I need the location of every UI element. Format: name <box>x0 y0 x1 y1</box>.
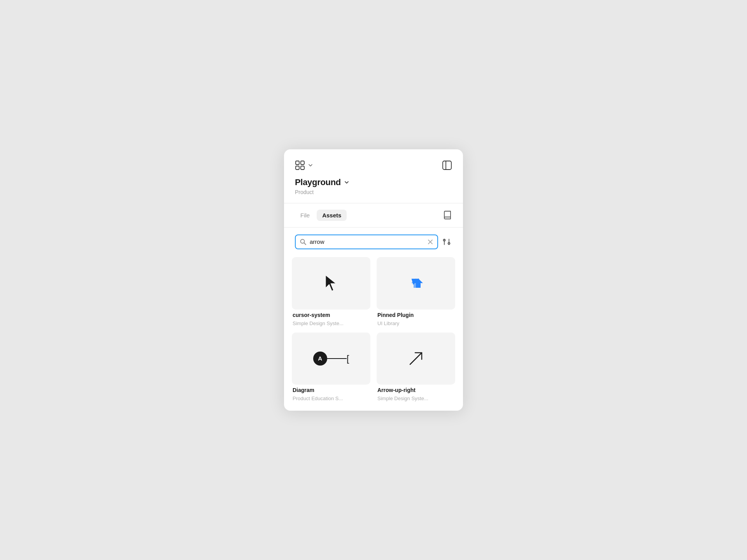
figma-logo-area[interactable] <box>295 160 313 170</box>
svg-rect-2 <box>296 166 299 170</box>
svg-rect-1 <box>301 161 304 164</box>
project-name: Playground <box>295 177 341 187</box>
cards-grid: cursor-system Simple Design Syste... Pin… <box>284 256 463 411</box>
filter-icon[interactable] <box>442 237 452 247</box>
layout-toggle-icon[interactable] <box>442 160 452 170</box>
card-sub-pinned: UI Library <box>377 320 455 326</box>
card-sub-cursor: Simple Design Syste... <box>292 320 370 326</box>
card-name-arrow: Arrow-up-right <box>377 387 455 393</box>
svg-line-7 <box>304 243 306 245</box>
card-arrow-up-right[interactable]: Arrow-up-right Simple Design Syste... <box>377 332 455 402</box>
search-icon <box>300 238 307 245</box>
search-box[interactable] <box>295 234 438 249</box>
svg-rect-3 <box>301 166 304 170</box>
svg-marker-16 <box>326 275 336 291</box>
diagram-visual: A [ <box>313 352 349 366</box>
logo-chevron-icon <box>308 163 313 168</box>
header: Playground Product <box>284 149 463 203</box>
tabs-group: File Assets <box>295 210 347 221</box>
header-top <box>295 160 452 170</box>
figma-icon <box>295 160 305 170</box>
diagram-line <box>327 358 347 359</box>
tab-file[interactable]: File <box>295 210 315 221</box>
svg-point-15 <box>448 242 450 244</box>
project-title-area: Playground <box>295 177 452 187</box>
svg-line-17 <box>410 353 422 364</box>
card-cursor-system[interactable]: cursor-system Simple Design Syste... <box>292 257 370 326</box>
svg-rect-0 <box>296 161 299 164</box>
project-chevron-icon[interactable] <box>344 180 349 185</box>
card-thumb-arrow <box>377 332 455 385</box>
main-panel: Playground Product File Assets <box>284 149 463 411</box>
library-icon[interactable] <box>443 210 452 220</box>
diagram-bracket: [ <box>347 354 349 363</box>
clear-search-icon[interactable] <box>427 239 433 245</box>
card-thumb-cursor <box>292 257 370 310</box>
card-name-pinned: Pinned Plugin <box>377 312 455 318</box>
search-section <box>284 228 463 256</box>
card-thumb-diagram: A [ <box>292 332 370 385</box>
card-name-diagram: Diagram <box>292 387 370 393</box>
tab-bar: File Assets <box>284 203 463 227</box>
arrow-visual <box>404 347 428 370</box>
card-thumb-pinned <box>377 257 455 310</box>
card-pinned-plugin[interactable]: Pinned Plugin UI Library <box>377 257 455 326</box>
card-sub-diagram: Product Education S... <box>292 396 370 401</box>
tab-assets[interactable]: Assets <box>317 210 347 221</box>
card-diagram[interactable]: A [ Diagram Product Education S... <box>292 332 370 402</box>
diagram-node: A <box>313 352 327 366</box>
card-sub-arrow: Simple Design Syste... <box>377 396 455 401</box>
card-name-cursor: cursor-system <box>292 312 370 318</box>
search-input[interactable] <box>310 238 424 245</box>
svg-rect-4 <box>443 161 451 170</box>
jira-visual <box>407 274 425 292</box>
project-subtitle: Product <box>295 189 452 195</box>
cursor-visual <box>323 274 339 292</box>
